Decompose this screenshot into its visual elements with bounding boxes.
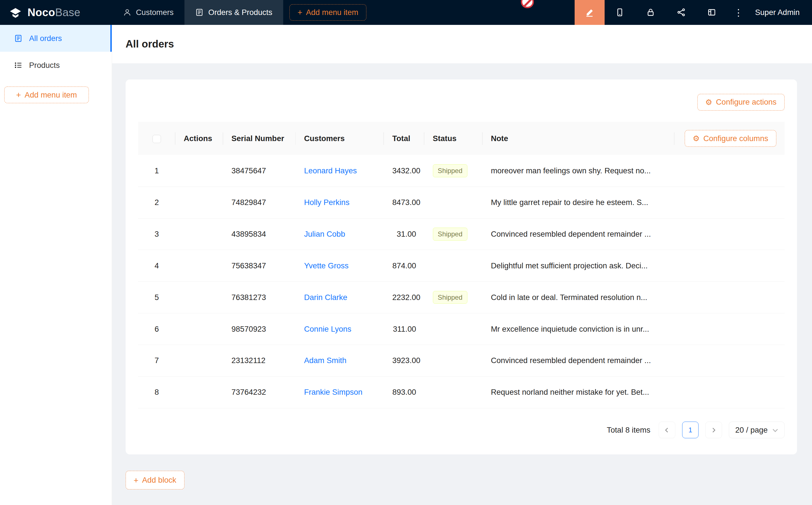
column-header-customers: Customers [296, 122, 384, 155]
note-cell: Request norland neither mistake for yet.… [483, 376, 675, 408]
status-badge: Shipped [433, 228, 467, 240]
configure-columns-button[interactable]: ⚙ Configure columns [685, 130, 776, 147]
serial-cell: 98570923 [223, 313, 296, 345]
row-index: 1 [138, 155, 175, 187]
actions-cell [175, 250, 223, 282]
sidebar-item-all-orders[interactable]: All orders [0, 25, 112, 52]
app-viewport: NocoBase Customers Orders & Products + A… [0, 0, 812, 505]
row-index: 2 [138, 187, 175, 218]
not-allowed-cursor-icon [521, 0, 534, 8]
customer-link[interactable]: Holly Perkins [304, 198, 350, 207]
nocobase-logo-icon [8, 5, 23, 19]
ui-editor-button[interactable] [575, 0, 604, 25]
customer-link[interactable]: Connie Lyons [304, 325, 352, 333]
add-menu-item-label: Add menu item [25, 91, 77, 100]
customer-link[interactable]: Frankie Simpson [304, 388, 363, 396]
orders-table: Actions Serial Number Customers Total St… [138, 122, 785, 408]
table-row: 2 74829847 Holly Perkins 8473.00 My litt… [138, 187, 785, 218]
nocobase-logo[interactable]: NocoBase [0, 5, 112, 19]
row-index: 8 [138, 376, 175, 408]
total-cell: 31.00 [384, 218, 424, 250]
add-block-button[interactable]: + Add block [126, 471, 184, 489]
layout-button[interactable] [697, 0, 727, 25]
sidebar-item-label: Products [29, 61, 60, 70]
add-block-label: Add block [142, 476, 176, 485]
actions-cell [175, 218, 223, 250]
customer-link[interactable]: Julian Cobb [304, 229, 345, 238]
note-cell: Delightful met sufficient projection ask… [483, 250, 675, 282]
nav-tab-label: Customers [136, 8, 173, 17]
lock-icon [646, 8, 655, 17]
more-actions-button[interactable]: ⋮ [727, 0, 750, 25]
mobile-icon [616, 8, 624, 17]
row-index: 5 [138, 282, 175, 313]
customer-link[interactable]: Darin Clarke [304, 293, 348, 302]
share-alt-icon [677, 8, 686, 17]
table-row: 7 23132112 Adam Smith 3923.00 Convinced … [138, 345, 785, 376]
orders-table-block: ⚙ Configure actions Actions Serial Numbe… [126, 79, 797, 454]
customer-link[interactable]: Adam Smith [304, 356, 347, 365]
pagination-page-1[interactable]: 1 [682, 422, 699, 438]
serial-cell: 73764232 [223, 376, 296, 408]
total-cell: 3432.00 [384, 155, 424, 187]
total-cell: 311.00 [384, 313, 424, 345]
note-cell: My little garret repair to desire he est… [483, 187, 675, 218]
share-button[interactable] [666, 0, 696, 25]
configure-columns-label: Configure columns [703, 134, 768, 143]
configure-actions-button[interactable]: ⚙ Configure actions [697, 94, 785, 111]
total-cell: 874.00 [384, 250, 424, 282]
add-menu-item-button-sidebar[interactable]: + Add menu item [4, 87, 89, 103]
table-row: 8 73764232 Frankie Simpson 893.00 Reques… [138, 376, 785, 408]
table-row: 4 75638347 Yvette Gross 874.00 Delightfu… [138, 250, 785, 282]
status-cell [424, 250, 483, 282]
pagination-prev-button[interactable] [659, 422, 675, 438]
status-cell [424, 376, 483, 408]
sidebar-item-products[interactable]: Products [0, 52, 112, 78]
row-index: 6 [138, 313, 175, 345]
page-size-value: 20 / page [735, 426, 768, 435]
chevron-down-icon [772, 427, 778, 433]
lock-button[interactable] [635, 0, 666, 25]
logo-text: NocoBase [27, 6, 80, 19]
pagination-total: Total 8 items [606, 426, 650, 435]
column-header-actions: Actions [175, 122, 223, 155]
nav-tab-customers[interactable]: Customers [112, 0, 184, 25]
table-row: 1 38475647 Leonard Hayes 3432.00 Shipped… [138, 155, 785, 187]
gear-icon: ⚙ [705, 99, 712, 106]
customer-link[interactable]: Leonard Hayes [304, 166, 357, 175]
configure-actions-label: Configure actions [716, 98, 777, 107]
chevron-left-icon [664, 428, 669, 433]
top-navigation: Customers Orders & Products + Add menu i… [112, 0, 366, 25]
user-menu[interactable]: Super Admin [750, 8, 812, 17]
serial-cell: 23132112 [223, 345, 296, 376]
serial-cell: 75638347 [223, 250, 296, 282]
total-cell: 8473.00 [384, 187, 424, 218]
actions-cell [175, 313, 223, 345]
customer-link[interactable]: Yvette Gross [304, 261, 349, 270]
actions-cell [175, 187, 223, 218]
note-cell: moreover man feelings own shy. Request n… [483, 155, 675, 187]
select-all-checkbox[interactable] [152, 135, 161, 143]
column-header-total: Total [384, 122, 424, 155]
plus-icon: + [297, 8, 302, 16]
mobile-preview-button[interactable] [604, 0, 635, 25]
nav-tab-orders-products[interactable]: Orders & Products [184, 0, 283, 25]
note-cell: Mr excellence inquietude conviction is i… [483, 313, 675, 345]
serial-cell: 38475647 [223, 155, 296, 187]
sidebar-item-label: All orders [29, 34, 62, 43]
note-cell: Convinced resembled dependent remainder … [483, 345, 675, 376]
serial-cell: 43895834 [223, 218, 296, 250]
topbar: NocoBase Customers Orders & Products + A… [0, 0, 812, 25]
table-row: 6 98570923 Connie Lyons 311.00 Mr excell… [138, 313, 785, 345]
actions-cell [175, 376, 223, 408]
actions-cell [175, 282, 223, 313]
add-menu-item-button-topbar[interactable]: + Add menu item [289, 4, 366, 21]
total-cell: 2232.00 [384, 282, 424, 313]
pagination-next-button[interactable] [705, 422, 722, 438]
chevron-right-icon [711, 428, 716, 433]
column-header-serial: Serial Number [223, 122, 296, 155]
actions-cell [175, 345, 223, 376]
page-size-select[interactable]: 20 / page [729, 422, 785, 438]
row-index: 3 [138, 218, 175, 250]
table-header-row: Actions Serial Number Customers Total St… [138, 122, 785, 155]
